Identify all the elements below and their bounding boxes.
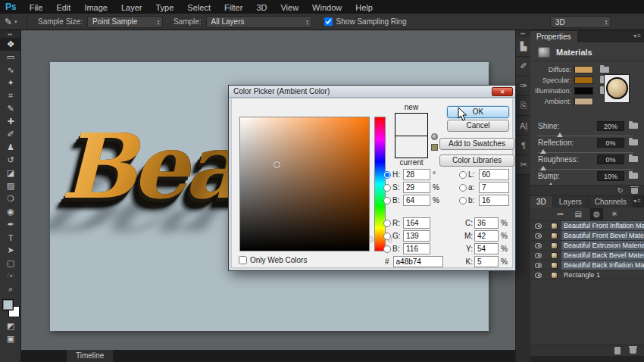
material-color-swatch[interactable]: [574, 98, 593, 105]
material-sphere-preview[interactable]: [604, 74, 630, 103]
mode-radio-l[interactable]: [459, 171, 467, 179]
cmyk-input-k[interactable]: [474, 256, 499, 267]
mode-radio-b[interactable]: [383, 197, 391, 204]
lab-input-b[interactable]: [479, 195, 509, 206]
crossed-tools-panel-icon[interactable]: ✂: [516, 155, 531, 175]
brush-panel-icon[interactable]: ✑: [516, 76, 531, 96]
folder-icon[interactable]: [629, 123, 638, 129]
gamut-warning-icon[interactable]: [431, 133, 438, 140]
menu-3d[interactable]: 3D: [249, 3, 274, 12]
menu-layer[interactable]: Layer: [114, 3, 149, 12]
checkbox-input[interactable]: [324, 17, 333, 26]
menu-view[interactable]: View: [274, 3, 305, 12]
tab-properties[interactable]: Properties: [530, 31, 577, 42]
web-safe-color-icon[interactable]: [431, 144, 438, 151]
zoom-tool[interactable]: ⌕: [0, 282, 21, 295]
panel-menu-icon[interactable]: ▾≡: [633, 198, 642, 204]
filter-lights-icon[interactable]: ☀: [609, 209, 621, 219]
slider-track[interactable]: [538, 152, 633, 153]
eyedropper-tool[interactable]: ✎: [0, 102, 21, 115]
menu-window[interactable]: Window: [305, 3, 349, 12]
hex-input[interactable]: [393, 256, 443, 267]
eyedropper-tool-preset[interactable]: ✎ ▾: [5, 15, 27, 29]
quick-selection-tool[interactable]: ✦: [0, 76, 21, 89]
trash-icon[interactable]: [630, 348, 636, 354]
tab-timeline[interactable]: Timeline: [67, 350, 113, 362]
tab-3d[interactable]: 3D: [530, 196, 552, 208]
dodge-tool[interactable]: ◉: [0, 205, 21, 218]
menu-type[interactable]: Type: [149, 3, 181, 12]
shape-tool[interactable]: ▢: [0, 257, 21, 270]
visibility-eye-icon[interactable]: [535, 253, 542, 258]
marquee-tool[interactable]: ▭: [0, 51, 21, 64]
slider-value[interactable]: 0%: [597, 154, 624, 164]
folder-icon[interactable]: [629, 156, 638, 162]
rgb-input-g[interactable]: [403, 230, 430, 242]
menu-select[interactable]: Select: [180, 3, 217, 12]
saturation-brightness-field[interactable]: [239, 117, 370, 251]
cmyk-input-c[interactable]: [474, 217, 499, 229]
mode-radio-h[interactable]: [383, 171, 391, 179]
menu-filter[interactable]: Filter: [217, 3, 249, 12]
layer-row[interactable]: Rectangle 1: [530, 270, 644, 280]
slider-value[interactable]: 20%: [597, 121, 624, 131]
folder-icon[interactable]: [600, 67, 609, 73]
slider-value[interactable]: 0%: [597, 138, 624, 148]
ok-button[interactable]: OK: [447, 106, 509, 118]
clone-source-panel-icon[interactable]: ⎘: [516, 96, 531, 116]
hand-tool[interactable]: ☞: [0, 270, 21, 282]
rgb-input-b[interactable]: [403, 243, 430, 254]
only-web-colors-checkbox[interactable]: Only Web Colors: [239, 256, 307, 264]
layer-row[interactable]: Beautiful Extrusion Material: [530, 241, 644, 251]
filter-scene-icon[interactable]: ≔: [554, 209, 566, 219]
layer-row[interactable]: Beautiful Front Inflation Mate...: [530, 221, 644, 231]
slider-thumb-icon[interactable]: [540, 166, 546, 170]
cancel-button[interactable]: Cancel: [447, 120, 509, 132]
type-tool[interactable]: T: [0, 231, 21, 244]
mode-radio-g[interactable]: [383, 232, 391, 240]
lab-input-a[interactable]: [479, 182, 509, 193]
dialog-title-bar[interactable]: Color Picker (Ambient Color) ✕: [229, 86, 515, 98]
panel-menu-icon[interactable]: ▾≡: [633, 33, 642, 39]
blur-tool[interactable]: ❍: [0, 192, 21, 205]
collapse-arrows-icon[interactable]: ▸▸: [516, 30, 530, 37]
visibility-eye-icon[interactable]: [535, 233, 542, 239]
eraser-tool[interactable]: ◪: [0, 167, 21, 179]
gradient-tool[interactable]: ▨: [0, 179, 21, 192]
foreground-color-swatch[interactable]: [2, 299, 14, 311]
rgb-input-r[interactable]: [403, 217, 430, 229]
menu-image[interactable]: Image: [77, 3, 114, 12]
folder-icon[interactable]: [629, 173, 638, 179]
slider-value[interactable]: 10%: [597, 171, 624, 181]
hue-marker-left-icon[interactable]: [370, 236, 374, 242]
mode-radio-b[interactable]: [459, 197, 467, 204]
checkbox-input[interactable]: [239, 256, 247, 264]
material-color-swatch[interactable]: [574, 76, 593, 84]
history-brush-tool[interactable]: ↺: [0, 154, 21, 167]
tab-layers[interactable]: Layers: [553, 196, 588, 208]
color-field-marker[interactable]: [274, 161, 280, 168]
mode-radio-s[interactable]: [383, 184, 391, 192]
material-color-swatch[interactable]: [574, 66, 593, 73]
sample-size-dropdown[interactable]: Point Sample ▴▾: [87, 16, 163, 28]
close-icon[interactable]: ✕: [492, 87, 513, 96]
hsb-input-h[interactable]: [403, 169, 430, 180]
collapse-arrows-icon[interactable]: ▸▸: [0, 30, 20, 38]
brush-presets-panel-icon[interactable]: ✐: [516, 57, 531, 76]
path-selection-tool[interactable]: ➤: [0, 244, 21, 257]
brush-tool[interactable]: ✐: [0, 128, 21, 141]
mode-radio-r[interactable]: [383, 220, 391, 227]
layer-row[interactable]: Beautiful Front Bevel Material: [530, 231, 644, 241]
visibility-eye-icon[interactable]: [535, 243, 542, 248]
move-tool[interactable]: ✥: [0, 38, 21, 51]
slider-thumb-icon[interactable]: [540, 149, 546, 154]
menu-edit[interactable]: Edit: [49, 3, 77, 12]
new-item-icon[interactable]: [614, 347, 621, 354]
mode-radio-a[interactable]: [459, 184, 467, 192]
cmyk-input-m[interactable]: [474, 230, 499, 242]
show-sampling-ring-checkbox[interactable]: Show Sampling Ring: [324, 17, 407, 26]
visibility-eye-icon[interactable]: [535, 273, 542, 278]
paragraph-panel-icon[interactable]: ¶: [516, 136, 531, 155]
workspace-dropdown[interactable]: 3D ▴▾: [550, 16, 611, 28]
menu-help[interactable]: Help: [349, 3, 380, 12]
